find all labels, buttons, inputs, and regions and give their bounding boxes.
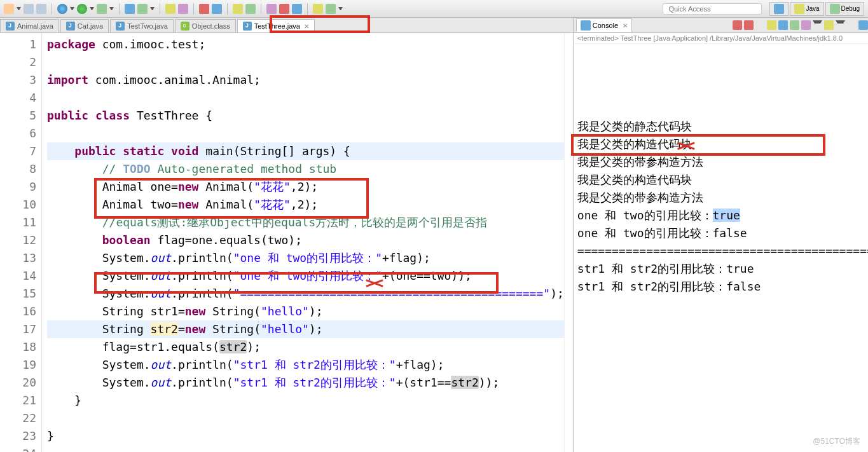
step-icon[interactable]: [245, 4, 256, 14]
java-file-icon: [66, 22, 75, 31]
save-all-icon[interactable]: [36, 4, 46, 14]
debug-icon[interactable]: [57, 4, 67, 14]
editor-tabs: Animal.java Cat.java TestTwo.java Object…: [0, 18, 573, 33]
tab-cat[interactable]: Cat.java: [60, 19, 109, 32]
editor-area: Animal.java Cat.java TestTwo.java Object…: [0, 18, 574, 452]
close-icon[interactable]: ✕: [623, 22, 628, 29]
tab-animal[interactable]: Animal.java: [0, 19, 59, 32]
step-icon[interactable]: [233, 4, 243, 14]
perspective-switcher: Java Debug: [769, 2, 864, 16]
new-class-icon[interactable]: [137, 4, 148, 14]
minimize-icon[interactable]: [858, 20, 868, 30]
dropdown-icon[interactable]: [338, 7, 343, 11]
debug-perspective-button[interactable]: Debug: [825, 2, 864, 16]
new-icon[interactable]: [4, 4, 14, 14]
console-tab-bar: Console✕: [574, 18, 868, 33]
perspective-label: Java: [806, 5, 819, 12]
java-file-icon: [6, 22, 15, 31]
skip-breakpoints-icon[interactable]: [212, 4, 222, 14]
coverage-icon[interactable]: [97, 4, 107, 14]
code-content[interactable]: package com.imooc.test; import com.imooc…: [42, 33, 564, 452]
console-output[interactable]: 我是父类的静态代码块我是父类的构造代码块我是父类的带参构造方法我是父类的构造代码…: [574, 44, 868, 452]
tab-label: TestThree.java: [254, 22, 300, 30]
dropdown-icon[interactable]: [90, 7, 94, 11]
tab-object[interactable]: Object.class: [175, 19, 236, 32]
java-perspective-button[interactable]: Java: [790, 2, 823, 16]
console-tab-label: Console: [593, 22, 618, 29]
line-gutter: 123456789101112131415161718192021222324: [10, 33, 42, 452]
java-file-icon: [116, 22, 125, 31]
console-toolbar: [733, 20, 868, 30]
dropdown-icon[interactable]: [70, 7, 74, 11]
tab-testthree[interactable]: TestThree.java✕: [237, 19, 315, 32]
dropdown-icon[interactable]: [150, 7, 155, 11]
terminate-icon[interactable]: [733, 20, 742, 30]
search-icon[interactable]: [178, 4, 188, 14]
class-file-icon: [181, 22, 189, 31]
run-icon[interactable]: [77, 4, 87, 14]
watermark: @51CTO博客: [813, 436, 860, 447]
console-icon: [581, 20, 591, 31]
scroll-lock-icon[interactable]: [778, 20, 788, 30]
tab-label: Object.class: [192, 22, 230, 30]
remove-all-icon[interactable]: [744, 20, 754, 30]
quick-access-input[interactable]: [663, 3, 762, 15]
nav-back-icon[interactable]: [313, 4, 323, 14]
clear-console-icon[interactable]: [767, 20, 776, 30]
open-perspective-button[interactable]: [769, 2, 789, 16]
console-panel: Console✕ <terminated> TestThree [Java Ap…: [574, 18, 868, 452]
nav-fwd-icon[interactable]: [326, 4, 336, 14]
console-header: <terminated> TestThree [Java Application…: [574, 33, 868, 44]
tab-label: Cat.java: [78, 22, 103, 30]
save-icon[interactable]: [24, 4, 34, 14]
annotation-icon[interactable]: [292, 4, 302, 14]
dropdown-icon[interactable]: [17, 7, 21, 11]
overview-ruler[interactable]: [564, 33, 573, 452]
dropdown-icon[interactable]: [813, 20, 822, 30]
marker-bar: [0, 33, 10, 452]
tab-testtwo[interactable]: TestTwo.java: [110, 19, 174, 32]
java-file-icon: [243, 22, 252, 31]
new-package-icon[interactable]: [125, 4, 135, 14]
pin-console-icon[interactable]: [790, 20, 799, 30]
annotation-icon[interactable]: [266, 4, 277, 14]
code-editor[interactable]: 123456789101112131415161718192021222324 …: [0, 33, 573, 452]
perspective-label: Debug: [841, 5, 860, 12]
annotation-icon[interactable]: [279, 4, 289, 14]
console-tab[interactable]: Console✕: [576, 18, 632, 32]
perspective-icon: [774, 4, 784, 14]
close-icon[interactable]: ✕: [304, 23, 309, 30]
dropdown-icon[interactable]: [836, 20, 845, 30]
open-type-icon[interactable]: [165, 4, 176, 14]
dropdown-icon[interactable]: [109, 7, 114, 11]
main-toolbar: Java Debug: [0, 0, 868, 18]
tab-label: Animal.java: [17, 22, 53, 30]
tab-label: TestTwo.java: [127, 22, 168, 30]
display-selected-icon[interactable]: [801, 20, 811, 30]
open-console-icon[interactable]: [824, 20, 834, 30]
bug-icon: [830, 4, 840, 14]
toggle-breakpoint-icon[interactable]: [199, 4, 209, 14]
java-icon: [794, 4, 804, 14]
